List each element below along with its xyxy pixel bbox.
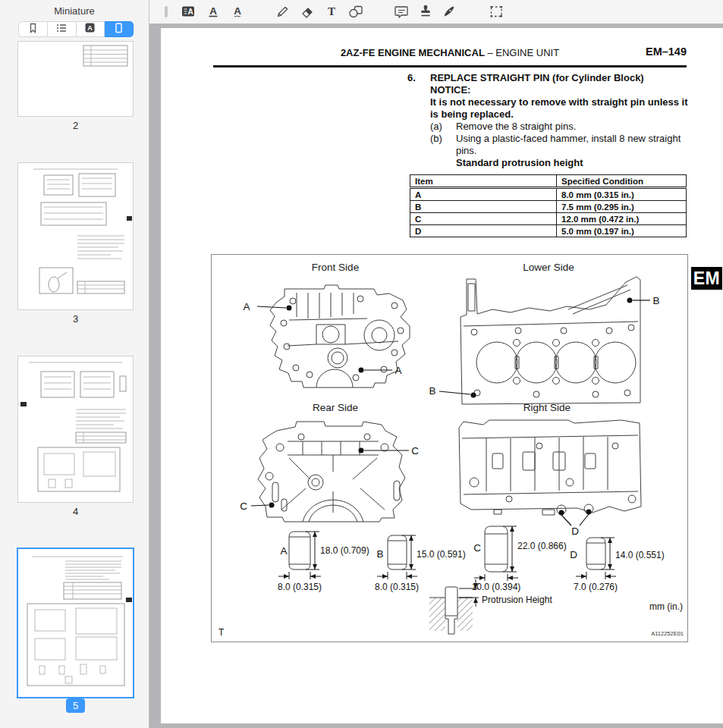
svg-text:8.0 (0.315): 8.0 (0.315) [278,582,322,592]
callout-dot-c [359,448,364,453]
comment-icon[interactable] [393,3,410,20]
callout-b: B [429,385,435,397]
procedure-step: (a) Remove the 8 straight pins. [430,121,690,133]
step-number: 6. [407,72,430,169]
figure-box: Front Side Lower Side Rear Side Right Si… [211,254,688,642]
svg-text:C: C [473,542,481,554]
rear-side-label: Rear Side [313,402,358,413]
stamp-icon[interactable] [417,3,434,20]
document-scroll-area[interactable]: 2AZ-FE ENGINE MECHANICAL – ENGINE UNIT E… [149,24,723,728]
svg-text:A: A [234,5,241,17]
notice-text: It is not necessary to remove with strai… [430,96,690,121]
font-color-icon[interactable]: A [205,3,222,20]
units-label: mm (in.) [649,601,683,612]
signature-pen-icon[interactable] [441,3,457,20]
engine-right-drawing [459,420,641,515]
table-row: A8.0 mm (0.315 in.) [410,188,687,201]
engine-rear-drawing [258,422,405,522]
bookmark-icon [27,22,39,37]
figure-corner-mark: T [218,627,225,638]
text-decoration-icon[interactable]: A [229,3,246,20]
text-style-icon[interactable]: A [180,3,196,20]
sidebar-tabbar: A [18,21,134,37]
svg-text:18.0 (0.709): 18.0 (0.709) [320,545,369,556]
front-side-label: Front Side [312,262,359,273]
tab-thumbnails[interactable] [105,21,134,37]
callout-a: A [243,301,250,312]
running-header: 2AZ-FE ENGINE MECHANICAL – ENGINE UNIT [213,47,687,58]
eraser-icon[interactable] [299,3,316,20]
callout-dot-a [359,368,364,373]
text-box-icon[interactable]: T [323,3,340,20]
table-row: B7.5 mm (0.295 in.) [410,201,687,213]
select-area-icon[interactable] [488,3,505,20]
svg-text:10.0 (0.394): 10.0 (0.394) [472,582,521,592]
procedure-step: (b) Using a plastic-faced hammer, instal… [430,133,690,157]
main-area: A A A [149,0,723,728]
page-thumbnails-icon [113,22,124,37]
callout-c: C [411,445,419,457]
document-page: 2AZ-FE ENGINE MECHANICAL – ENGINE UNIT E… [161,28,723,723]
protrusion-label: Protrusion Height [482,595,552,605]
tab-annotations[interactable]: A [77,21,105,37]
pin-a-diagram: A 18.0 (0.709) 8.0 (0.315) [278,532,369,592]
thumbnail-sketch [18,356,133,502]
spec-subheading: Standard protrusion height [456,157,690,169]
annotation-toolbar: A A A [149,0,723,24]
shapes-icon[interactable] [347,3,364,20]
callout-a: A [395,365,401,376]
page-number-4: 4 [18,506,133,517]
page-thumbnail-4[interactable] [18,356,133,502]
tab-bookmarks[interactable] [18,21,48,37]
table-header-row: Item Specified Condition [410,175,687,188]
svg-text:A: A [88,24,93,32]
header-rule [213,65,687,67]
callout-d: D [571,526,579,537]
callout-dot-c [269,503,275,508]
tab-outline[interactable] [48,21,77,37]
section-title: REPLACE STRAIGHT PIN (for Cylinder Block… [430,72,690,84]
svg-text:15.0 (0.591): 15.0 (0.591) [417,549,466,560]
svg-text:A: A [209,5,217,17]
thumbnail-sidebar: Miniature A [0,0,149,728]
svg-text:7.0 (0.276): 7.0 (0.276) [574,582,618,592]
figure-code: A112252E01 [651,630,684,637]
callout-dot-b [627,298,633,303]
table-row: C12.0 mm (0.472 in.) [410,213,687,225]
page-number-2: 2 [18,120,133,131]
callout-dot-d [559,510,564,516]
toolbar-drag-handle[interactable] [165,6,168,17]
pencil-icon[interactable] [275,3,291,20]
svg-text:A: A [280,545,287,557]
svg-text:14.0 (0.551): 14.0 (0.551) [615,550,665,560]
notice-label: NOTICE: [430,84,690,96]
procedure-section: 6. REPLACE STRAIGHT PIN (for Cylinder Bl… [407,72,690,169]
svg-text:8.0 (0.315): 8.0 (0.315) [375,582,419,592]
pdf-viewer-window: Miniature A [0,0,723,728]
svg-text:B: B [376,548,383,560]
callout-dot-d [586,510,592,515]
sidebar-title: Miniature [0,5,149,17]
page-thumbnail-2[interactable] [18,42,133,116]
svg-text:T: T [328,5,335,17]
current-page-badge: 5 [66,698,85,713]
page-thumbnail-5[interactable] [18,549,133,697]
thumbnail-sketch [18,163,133,309]
outline-list-icon [55,22,68,37]
svg-text:A: A [187,8,193,16]
lower-side-label: Lower Side [523,262,574,273]
engine-lower-drawing [461,277,640,404]
thumbnail-sketch [18,549,133,697]
callout-dot-b [471,393,476,398]
pin-c-diagram: C 22.0 (0.866) 10.0 (0.394) [472,526,567,592]
table-row: D5.0 mm (0.197 in.) [410,225,687,237]
page-thumbnail-3[interactable] [18,163,133,309]
thumbnail-sketch [18,42,133,116]
annotation-a-icon: A [84,22,96,36]
callout-c: C [240,500,247,512]
pin-b-diagram: B 15.0 (0.591) 8.0 (0.315) [375,535,466,592]
callout-b: B [652,295,659,306]
engine-figure: Front Side Lower Side Rear Side Right Si… [212,255,687,642]
svg-text:D: D [570,549,577,560]
engine-front-drawing [270,285,410,388]
